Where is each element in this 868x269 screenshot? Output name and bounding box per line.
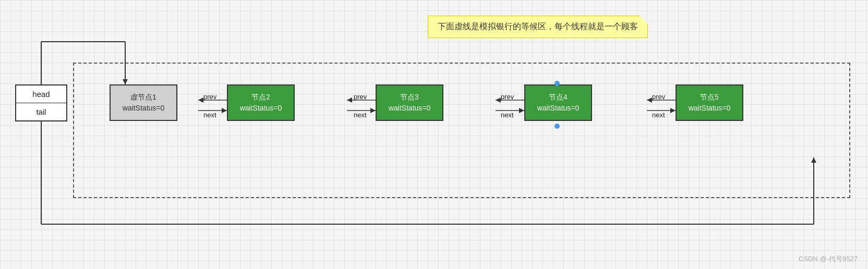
node5-line2: waitStatus=0 xyxy=(689,103,731,114)
diagram-canvas: 下面虚线是模拟银行的等候区，每个线程就是一个顾客 xyxy=(0,0,868,269)
node3-line1: 节点3 xyxy=(400,92,419,103)
prev-label-v2: prev xyxy=(203,93,216,101)
node4-line2: waitStatus=0 xyxy=(537,103,580,114)
prev-label-34: prev xyxy=(501,93,514,101)
node2: 节点2 waitStatus=0 xyxy=(227,84,295,121)
watermark: CSDN @-代号9527 xyxy=(799,254,858,264)
node-virtual: 虚节点1 waitStatus=0 xyxy=(110,84,177,121)
blue-dot-1 xyxy=(554,81,560,86)
node3-line2: waitStatus=0 xyxy=(389,103,431,114)
node-virtual-line1: 虚节点1 xyxy=(130,92,156,103)
head-label: head xyxy=(16,85,66,103)
prev-label-23: prev xyxy=(354,93,367,101)
next-label-45: next xyxy=(652,111,665,119)
node5: 节点5 waitStatus=0 xyxy=(676,84,743,121)
node2-line1: 节点2 xyxy=(251,92,270,103)
node-virtual-line2: waitStatus=0 xyxy=(123,103,165,114)
node2-line2: waitStatus=0 xyxy=(240,103,282,114)
node4-line1: 节点4 xyxy=(549,92,568,103)
queue-area xyxy=(73,63,850,198)
node4: 节点4 waitStatus=0 xyxy=(524,84,592,121)
next-label-23: next xyxy=(354,111,367,119)
next-label-34: next xyxy=(501,111,514,119)
node5-line1: 节点5 xyxy=(700,92,719,103)
head-tail-box: head tail xyxy=(15,84,67,121)
prev-label-45: prev xyxy=(652,93,665,101)
next-label-v2: next xyxy=(203,111,216,119)
node3: 节点3 waitStatus=0 xyxy=(376,84,443,121)
blue-dot-2 xyxy=(554,124,560,129)
tail-label: tail xyxy=(16,103,66,120)
